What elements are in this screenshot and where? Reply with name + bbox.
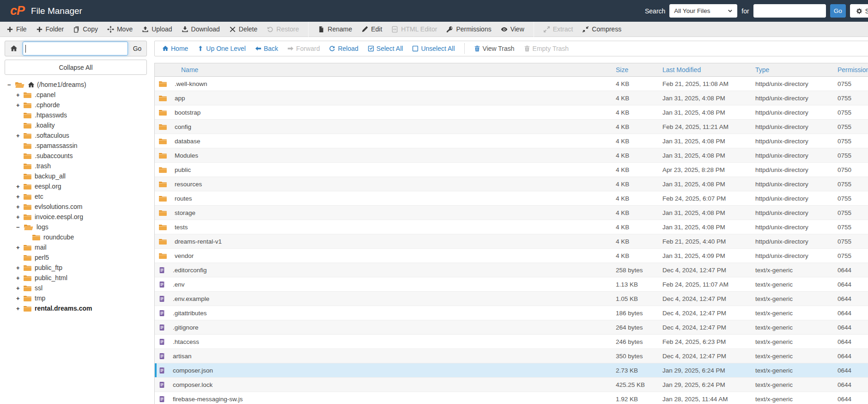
- tree-item[interactable]: .subaccounts: [5, 151, 151, 161]
- tree-item[interactable]: .spamassassin: [5, 141, 151, 151]
- expand-toggle-icon[interactable]: +: [16, 183, 23, 190]
- toolbar-button-file[interactable]: File: [6, 25, 27, 33]
- table-row[interactable]: public4 KBApr 23, 2025, 8:28 PMhttpd/uni…: [155, 163, 868, 177]
- nav-unselect-all-button[interactable]: Unselect All: [412, 45, 455, 52]
- tree-item[interactable]: .koality: [5, 120, 151, 130]
- expand-toggle-icon[interactable]: +: [16, 193, 23, 200]
- toolbar-button-copy[interactable]: Copy: [73, 25, 98, 33]
- table-row[interactable]: storage4 KBJan 31, 2025, 4:08 PMhttpd/un…: [155, 206, 868, 220]
- table-row[interactable]: .editorconfig258 bytesDec 4, 2024, 12:47…: [155, 263, 868, 277]
- tree-item[interactable]: −logs: [5, 222, 151, 232]
- table-row[interactable]: database4 KBJan 31, 2025, 4:08 PMhttpd/u…: [155, 134, 868, 148]
- table-row[interactable]: .env1.13 KBFeb 24, 2025, 11:07 AMtext/x-…: [155, 277, 868, 292]
- file-type-cell: text/x-generic: [755, 295, 838, 302]
- tree-item[interactable]: +tmp: [5, 293, 151, 303]
- toolbar-button-upload[interactable]: Upload: [142, 25, 172, 33]
- table-row[interactable]: app4 KBJan 31, 2025, 4:08 PMhttpd/unix-d…: [155, 91, 868, 105]
- table-row[interactable]: vendor4 KBJan 31, 2025, 4:09 PMhttpd/uni…: [155, 249, 868, 263]
- toolbar-button-move[interactable]: Move: [107, 25, 133, 33]
- tree-item[interactable]: +public_html: [5, 273, 151, 283]
- expand-toggle-icon[interactable]: +: [16, 214, 23, 220]
- tree-item[interactable]: +rental.dreams.com: [5, 303, 151, 313]
- tree-item[interactable]: +eespl.org: [5, 181, 151, 191]
- tree-item[interactable]: perl5: [5, 252, 151, 263]
- tree-item[interactable]: backup_all: [5, 171, 151, 181]
- toolbar-button-edit[interactable]: Edit: [361, 25, 382, 33]
- table-row[interactable]: .gitattributes186 bytesDec 4, 2024, 12:4…: [155, 306, 868, 320]
- file-name-cell: bootstrap: [155, 109, 616, 116]
- search-input[interactable]: [753, 4, 826, 18]
- tree-item[interactable]: −(/home1/dreams): [5, 80, 151, 90]
- path-home-button[interactable]: [5, 45, 23, 52]
- tree-item[interactable]: +ssl: [5, 283, 151, 293]
- expand-toggle-icon[interactable]: +: [16, 102, 23, 109]
- table-row[interactable]: config4 KBFeb 24, 2025, 11:21 AMhttpd/un…: [155, 120, 868, 134]
- permissions-cell: 0755: [838, 238, 868, 245]
- tree-item[interactable]: +invoice.eespl.org: [5, 212, 151, 222]
- table-row[interactable]: .well-known4 KBFeb 21, 2025, 11:08 AMhtt…: [155, 77, 868, 91]
- column-header-size[interactable]: Size: [616, 66, 662, 73]
- toolbar-button-download[interactable]: Download: [182, 25, 220, 33]
- table-row[interactable]: artisan350 bytesDec 4, 2024, 12:47 PMtex…: [155, 349, 868, 363]
- table-row[interactable]: .htaccess246 bytesFeb 24, 2025, 6:23 PMt…: [155, 335, 868, 349]
- expand-toggle-icon[interactable]: +: [16, 132, 23, 139]
- table-row[interactable]: routes4 KBFeb 24, 2025, 6:07 PMhttpd/uni…: [155, 191, 868, 206]
- tree-item[interactable]: .htpasswds: [5, 110, 151, 120]
- table-row[interactable]: resources4 KBJan 31, 2025, 4:08 PMhttpd/…: [155, 177, 868, 191]
- toolbar-button-view[interactable]: View: [501, 25, 524, 33]
- search-go-button[interactable]: Go: [830, 4, 846, 18]
- collapse-toggle-icon[interactable]: −: [16, 224, 23, 231]
- expand-toggle-icon[interactable]: +: [16, 244, 23, 251]
- table-row[interactable]: tests4 KBJan 31, 2025, 4:08 PMhttpd/unix…: [155, 220, 868, 234]
- toolbar-button-rename[interactable]: Rename: [318, 25, 352, 33]
- nav-select-all-button[interactable]: Select All: [368, 45, 403, 52]
- tree-item[interactable]: +evlsolutions.com: [5, 202, 151, 212]
- nav-view-trash-button[interactable]: View Trash: [474, 45, 515, 52]
- expand-toggle-icon[interactable]: +: [16, 285, 23, 292]
- expand-toggle-icon[interactable]: +: [16, 92, 23, 98]
- tree-item[interactable]: +.cpanel: [5, 90, 151, 100]
- column-header-type[interactable]: Type: [755, 66, 838, 73]
- toolbar-button-compress[interactable]: Compress: [582, 25, 621, 33]
- table-row[interactable]: firebase-messaging-sw.js1.92 KBJan 28, 2…: [155, 392, 868, 404]
- expand-toggle-icon[interactable]: +: [16, 275, 23, 282]
- search-scope-select[interactable]: All Your Files: [669, 4, 737, 18]
- expand-toggle-icon[interactable]: +: [16, 264, 23, 271]
- expand-toggle-icon[interactable]: +: [16, 305, 23, 312]
- nav-back-button[interactable]: Back: [255, 45, 278, 52]
- tree-item[interactable]: +public_ftp: [5, 263, 151, 273]
- folder-icon: [23, 183, 32, 190]
- tree-item[interactable]: +.softaculous: [5, 130, 151, 141]
- table-row[interactable]: dreams-rental-v14 KBFeb 21, 2025, 4:40 P…: [155, 234, 868, 249]
- path-input[interactable]: [23, 42, 128, 55]
- table-row[interactable]: composer.lock425.25 KBJan 29, 2025, 6:24…: [155, 378, 868, 392]
- settings-button[interactable]: Settings: [850, 4, 868, 18]
- table-row[interactable]: Modules4 KBJan 31, 2025, 4:08 PMhttpd/un…: [155, 148, 868, 163]
- nav-reload-button[interactable]: Reload: [329, 45, 358, 52]
- toolbar-button-permissions[interactable]: Permissions: [446, 25, 491, 33]
- column-header-last-modified[interactable]: Last Modified: [662, 66, 755, 73]
- path-go-button[interactable]: Go: [128, 45, 146, 52]
- table-row[interactable]: bootstrap4 KBJan 31, 2025, 4:08 PMhttpd/…: [155, 105, 868, 120]
- tree-item[interactable]: +mail: [5, 242, 151, 252]
- table-row[interactable]: composer.json2.73 KBJan 29, 2025, 6:24 P…: [155, 363, 868, 378]
- tree-item[interactable]: roundcube: [5, 232, 151, 242]
- home-icon: [162, 45, 169, 52]
- table-row[interactable]: .gitignore264 bytesDec 4, 2024, 12:47 PM…: [155, 320, 868, 335]
- table-row[interactable]: .env.example1.05 KBDec 4, 2024, 12:47 PM…: [155, 292, 868, 306]
- toolbar-button-delete[interactable]: Delete: [229, 25, 257, 33]
- tree-item[interactable]: .trash: [5, 161, 151, 171]
- tree-item[interactable]: +etc: [5, 191, 151, 202]
- column-header-name[interactable]: Name: [155, 66, 616, 73]
- collapse-toggle-icon[interactable]: −: [7, 81, 14, 88]
- expand-toggle-icon[interactable]: +: [16, 203, 23, 210]
- collapse-all-button[interactable]: Collapse All: [5, 60, 147, 75]
- nav-home-button[interactable]: Home: [162, 45, 188, 52]
- permissions-cell: 0644: [838, 281, 868, 288]
- expand-toggle-icon[interactable]: +: [16, 295, 23, 302]
- nav-up-one-level-button[interactable]: Up One Level: [197, 45, 246, 52]
- column-header-permissions[interactable]: Permissions: [838, 66, 868, 73]
- file-size-cell: 1.13 KB: [616, 281, 662, 288]
- toolbar-button-folder[interactable]: Folder: [36, 25, 64, 33]
- tree-item[interactable]: +.cphorde: [5, 100, 151, 110]
